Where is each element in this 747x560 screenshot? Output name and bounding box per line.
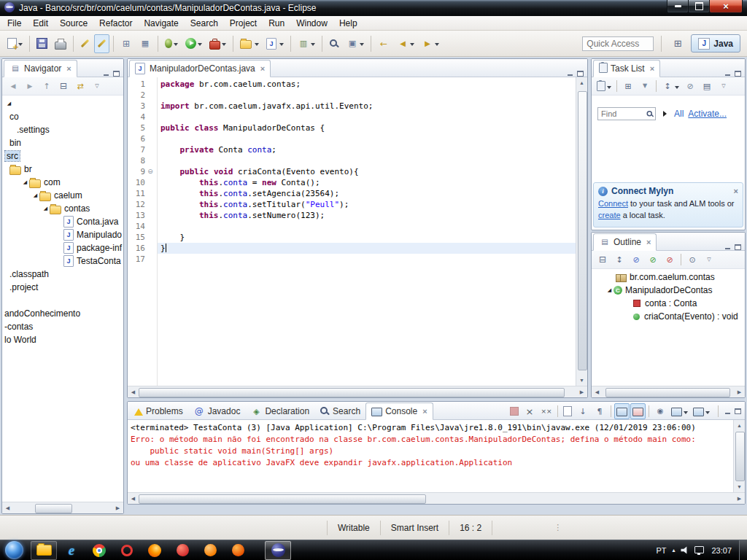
show-whitespace-button[interactable]: ▦ [136, 34, 154, 53]
display-console-button[interactable] [669, 403, 690, 419]
scroll-right-icon[interactable]: ▶ [112, 502, 123, 513]
link-editor-button[interactable]: ⇄ [72, 78, 88, 94]
clear-console-button[interactable] [561, 403, 574, 419]
close-navigator-icon[interactable]: × [66, 64, 71, 73]
minimize-console-icon[interactable] [724, 408, 731, 415]
tab-search[interactable]: Search [314, 403, 365, 419]
scroll-right-icon[interactable]: ▶ [576, 386, 587, 397]
editor-hscrollbar[interactable]: ◀ ▶ [128, 386, 587, 397]
navigator-item[interactable]: ◢com [2, 176, 123, 189]
scroll-thumb[interactable] [578, 91, 587, 370]
hide-fields-button[interactable]: ⊘ [628, 252, 644, 268]
editor-vscrollbar[interactable]: ▲ ▼ [576, 77, 587, 386]
mylyn-link-connect[interactable]: Connect [598, 199, 628, 208]
annotations-button[interactable]: ▣ [344, 34, 367, 53]
console-output[interactable]: <terminated> TestaConta (3) [Java Applic… [128, 420, 733, 492]
expanded-arrow-icon[interactable]: ◢ [42, 206, 50, 211]
maximize-console-icon[interactable] [735, 408, 741, 414]
new-wizard-button[interactable] [4, 34, 26, 53]
save-button[interactable] [34, 34, 50, 53]
close-task-list-icon[interactable]: × [650, 64, 654, 73]
scroll-thumb[interactable] [139, 494, 426, 504]
scroll-lock-button[interactable]: ↓ [575, 403, 591, 419]
tab-outline[interactable]: ▤ Outline × [593, 233, 657, 251]
all-link[interactable]: All [674, 109, 684, 119]
expanded-arrow-icon[interactable]: ◢ [5, 101, 13, 106]
console-hscrollbar[interactable]: ◀ ▶ [128, 492, 745, 504]
tab-problems[interactable]: Problems [129, 403, 188, 419]
word-wrap-button[interactable]: ¶ [592, 403, 608, 419]
java-perspective-button[interactable]: J Java [691, 34, 740, 52]
scroll-left-icon[interactable]: ◀ [2, 502, 13, 513]
scroll-left-icon[interactable]: ◀ [128, 493, 139, 504]
scroll-thumb[interactable] [139, 388, 565, 397]
navigator-item[interactable]: -contas [2, 320, 123, 333]
menu-run[interactable]: Run [263, 17, 290, 30]
maximize-editor-icon[interactable] [577, 71, 584, 77]
hidden-icons-button[interactable]: ▴ [672, 547, 675, 553]
navigator-item[interactable]: ◢contas [2, 202, 123, 215]
coverage-button[interactable]: ▥ [295, 34, 318, 53]
scroll-left-icon[interactable]: ◀ [128, 386, 139, 397]
tab-console[interactable]: Console× [365, 402, 433, 420]
menu-refactor[interactable]: Refactor [93, 17, 138, 30]
focus-button[interactable]: ⊙ [684, 252, 700, 268]
navigator-item[interactable]: src [2, 149, 123, 163]
new-java-project-button[interactable] [237, 34, 262, 53]
forward-nav-button[interactable]: ▶ [22, 78, 38, 94]
outline-item[interactable]: criaConta(Evento) : void [592, 310, 745, 323]
hide-completed-button[interactable]: ⊘ [682, 78, 698, 94]
navigator-item[interactable]: br [2, 163, 123, 176]
scroll-down-icon[interactable]: ▼ [734, 481, 745, 492]
taskbar-orange-app-1[interactable] [197, 541, 223, 560]
outline-item[interactable]: ◢CManipuladorDeContas [592, 284, 745, 297]
taskbar-firefox[interactable] [142, 541, 168, 560]
close-outline-icon[interactable]: × [646, 238, 651, 246]
pin-console-button[interactable]: ◉ [652, 403, 668, 419]
show-desktop-button[interactable] [739, 540, 747, 560]
menu-window[interactable]: Window [290, 17, 333, 30]
taskbar-eclipse[interactable] [265, 541, 291, 560]
remove-launch-button[interactable]: × [522, 403, 538, 419]
maximize-view-icon[interactable] [735, 244, 741, 250]
sort-button[interactable]: ↕ [611, 252, 627, 268]
open-task-button[interactable] [77, 34, 93, 53]
menu-file[interactable]: File [1, 17, 27, 30]
view-menu-button[interactable]: ▽ [701, 252, 717, 268]
categorize-button[interactable]: ⊞ [620, 78, 636, 94]
taskbar-internet-explorer[interactable]: e [58, 541, 85, 560]
outline-item[interactable]: conta : Conta [592, 297, 745, 310]
minimize-editor-icon[interactable] [567, 70, 573, 77]
navigator-item[interactable]: JTestaConta [2, 254, 123, 268]
navigator-item[interactable]: .project [2, 281, 123, 294]
expanded-arrow-icon[interactable]: ◢ [605, 287, 614, 293]
hide-non-public-button[interactable]: ⊘ [662, 252, 678, 268]
navigator-item[interactable]: JManipulado [2, 228, 123, 241]
close-button[interactable]: × [709, 0, 743, 13]
mark-occurrences-button[interactable] [94, 34, 109, 53]
fold-marker-icon[interactable]: ⊖ [145, 166, 155, 177]
taskbar-clock[interactable]: 23:07 [711, 546, 732, 555]
scroll-right-icon[interactable]: ▶ [734, 493, 745, 504]
navigator-hscrollbar[interactable]: ◀ ▶ [2, 502, 123, 513]
navigator-item[interactable]: Jpackage-inf [2, 241, 123, 254]
terminate-button[interactable] [508, 403, 521, 419]
back-nav-button[interactable]: ◀ [5, 78, 21, 94]
scroll-down-icon[interactable]: ▼ [576, 375, 587, 386]
mylyn-link-create[interactable]: create [598, 211, 621, 219]
tab-task-list[interactable]: Task List × [593, 60, 660, 77]
scroll-left-icon[interactable]: ◀ [592, 386, 603, 397]
tab-navigator[interactable]: ▤ Navigator × [4, 60, 77, 77]
quick-access-input[interactable] [582, 36, 654, 51]
task-ui-button[interactable]: ▤ [699, 78, 715, 94]
last-edit-button[interactable]: ← [375, 34, 392, 53]
minimize-button[interactable] [667, 0, 689, 13]
menu-navigate[interactable]: Navigate [138, 17, 184, 30]
activate-link[interactable]: Activate... [688, 109, 727, 119]
close-mylyn-icon[interactable]: × [734, 187, 738, 195]
code-editor[interactable]: package br.com.caelum.contas;import br.c… [158, 77, 576, 386]
navigator-item[interactable]: ◢caelum [2, 189, 123, 202]
show-stdout-button[interactable] [614, 403, 630, 419]
menu-help[interactable]: Help [333, 17, 363, 30]
navigator-item[interactable]: .classpath [2, 268, 123, 281]
